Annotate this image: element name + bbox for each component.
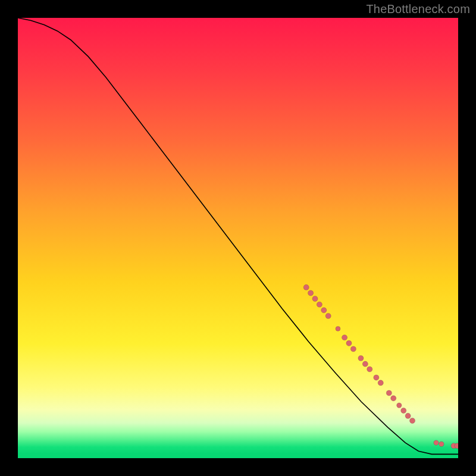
data-marker	[405, 413, 411, 418]
data-marker	[325, 313, 331, 318]
data-marker	[378, 380, 383, 386]
data-marker	[362, 361, 368, 367]
data-marker	[321, 308, 327, 313]
data-marker	[439, 441, 444, 446]
plot-area	[18, 18, 458, 458]
chart-stage: TheBottleneck.com	[0, 0, 476, 476]
data-marker	[350, 346, 356, 352]
data-marker	[397, 403, 402, 408]
chart-svg	[18, 18, 458, 458]
data-marker	[342, 335, 347, 340]
data-marker	[308, 290, 314, 296]
data-marker	[346, 340, 352, 346]
data-marker	[317, 302, 322, 307]
data-marker	[374, 375, 379, 380]
watermark-label: TheBottleneck.com	[366, 2, 470, 16]
data-marker	[336, 326, 340, 331]
data-marker	[312, 296, 318, 302]
data-marker	[386, 390, 392, 396]
data-marker	[358, 355, 364, 361]
data-marker	[391, 396, 396, 401]
data-marker	[409, 418, 415, 424]
data-marker	[434, 440, 439, 445]
data-marker	[303, 284, 309, 290]
markers-group	[303, 284, 458, 449]
data-marker	[455, 443, 458, 449]
data-marker	[367, 367, 372, 372]
trend-curve	[18, 18, 458, 454]
data-marker	[401, 408, 406, 413]
